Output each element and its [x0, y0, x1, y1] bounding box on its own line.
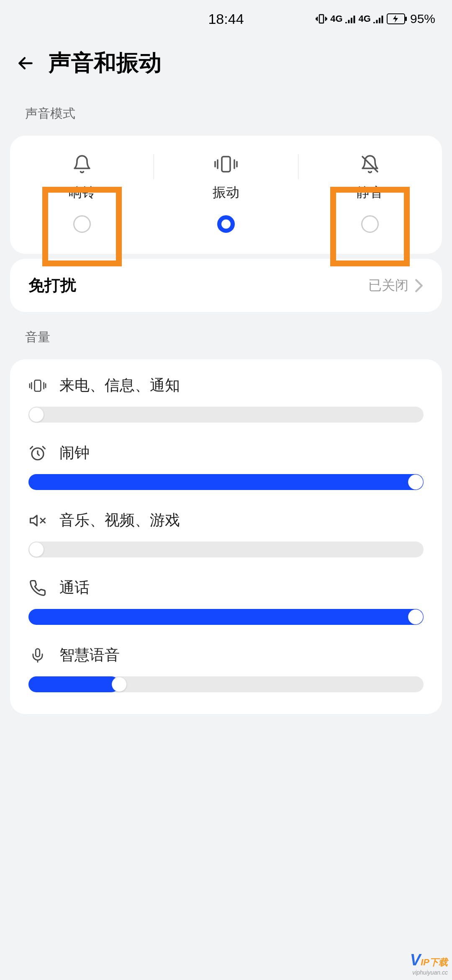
volume-call: 通话 — [28, 567, 424, 634]
phone-icon — [28, 579, 47, 597]
sound-mode-card: 响铃 振动 静音 — [10, 136, 442, 254]
volume-media-label: 音乐、视频、游戏 — [59, 510, 180, 531]
mode-option-mute[interactable]: 静音 — [298, 152, 442, 233]
page-header: 声音和振动 — [0, 38, 452, 93]
mode-ring-radio[interactable] — [73, 215, 91, 233]
vibrate-status-icon — [315, 13, 328, 25]
volume-voice-label: 智慧语音 — [59, 645, 120, 665]
mode-mute-label: 静音 — [357, 183, 383, 202]
phone-vibrate-icon — [28, 377, 47, 395]
mode-mute-radio[interactable] — [361, 215, 379, 233]
volume-card: 来电、信息、通知 闹钟 音乐、视频、游戏 — [10, 359, 442, 714]
do-not-disturb-row[interactable]: 免打扰 已关闭 — [10, 259, 442, 312]
status-right: 4G 4G 95% — [315, 12, 435, 26]
volume-call-slider[interactable] — [28, 609, 424, 625]
mic-icon — [28, 646, 47, 665]
svg-rect-4 — [35, 380, 41, 391]
mode-ring-label: 响铃 — [69, 183, 95, 202]
svg-rect-2 — [405, 17, 407, 21]
volume-media: 音乐、视频、游戏 — [28, 499, 424, 567]
battery-icon — [387, 13, 408, 24]
mode-option-vibrate[interactable]: 振动 — [154, 152, 298, 233]
dnd-status-wrap: 已关闭 — [368, 276, 424, 295]
chevron-right-icon — [414, 279, 424, 293]
mode-vibrate-label: 振动 — [213, 183, 239, 202]
signal-bars-icon-2 — [373, 14, 384, 23]
watermark: VIP下载 viphuiyuan.cc — [410, 951, 448, 976]
volume-ringtone-label: 来电、信息、通知 — [59, 375, 180, 396]
svg-rect-3 — [222, 157, 230, 172]
volume-media-slider[interactable] — [28, 542, 424, 557]
signal-4g-2: 4G — [359, 13, 371, 24]
section-sound-mode-label: 声音模式 — [0, 93, 452, 131]
arrow-left-icon — [15, 53, 36, 74]
section-volume-label: 音量 — [0, 317, 452, 354]
speaker-off-icon — [28, 511, 47, 530]
bell-icon — [72, 152, 92, 176]
bell-off-icon — [360, 152, 380, 176]
page-title: 声音和振动 — [49, 48, 162, 78]
volume-ringtone: 来电、信息、通知 — [28, 364, 424, 432]
status-time: 18:44 — [208, 11, 244, 27]
volume-call-label: 通话 — [59, 578, 90, 598]
svg-rect-6 — [36, 649, 40, 657]
dnd-title: 免打扰 — [28, 275, 76, 296]
svg-rect-0 — [319, 15, 324, 23]
volume-ringtone-slider[interactable] — [28, 407, 424, 423]
volume-alarm-label: 闹钟 — [59, 443, 90, 463]
battery-percent: 95% — [410, 12, 435, 26]
mode-vibrate-radio[interactable] — [217, 215, 235, 233]
back-button[interactable] — [14, 52, 37, 75]
mode-option-ring[interactable]: 响铃 — [10, 152, 154, 233]
volume-alarm: 闹钟 — [28, 432, 424, 499]
signal-4g-1: 4G — [330, 13, 342, 24]
signal-bars-icon-1 — [345, 14, 356, 23]
volume-voice-slider[interactable] — [28, 676, 424, 692]
volume-alarm-slider[interactable] — [28, 474, 424, 490]
status-bar: 18:44 4G 4G 95% — [0, 0, 452, 38]
vibrate-icon — [213, 152, 239, 176]
volume-voice: 智慧语音 — [28, 634, 424, 701]
dnd-status: 已关闭 — [368, 276, 408, 295]
alarm-icon — [28, 444, 47, 462]
